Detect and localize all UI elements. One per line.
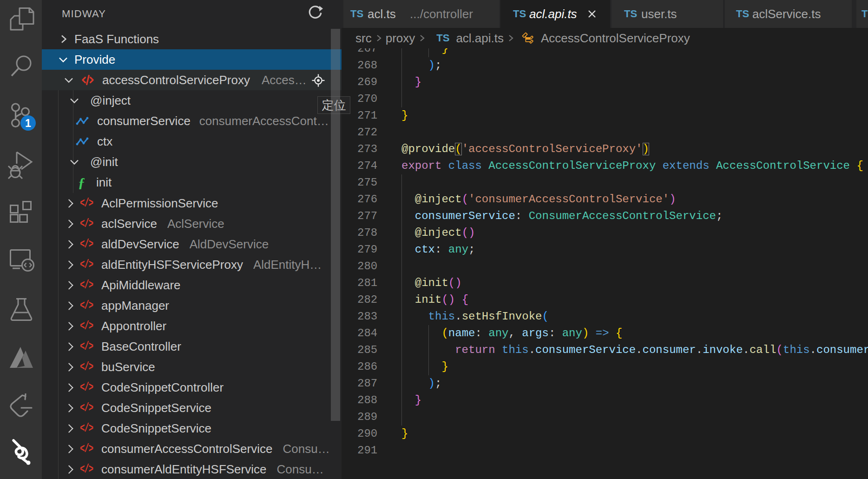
svg-text:1: 1 — [25, 117, 31, 129]
